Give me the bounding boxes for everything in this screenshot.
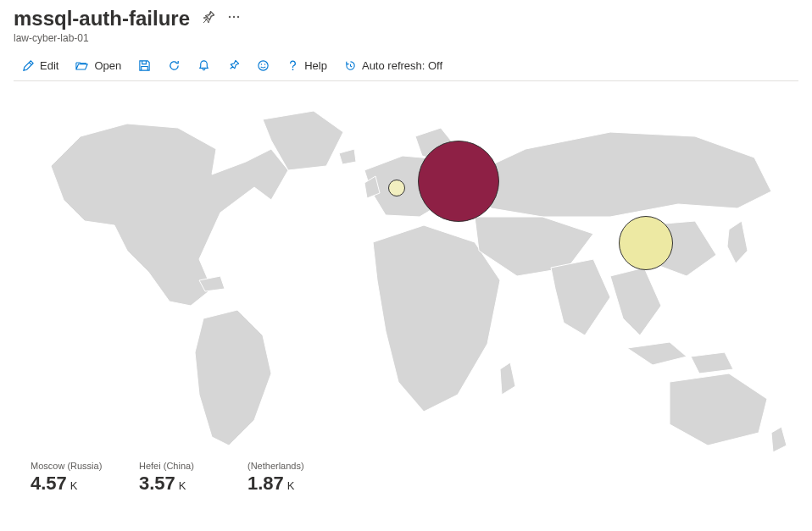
bell-icon: [197, 59, 210, 72]
pin-icon[interactable]: [202, 10, 215, 27]
svg-point-2: [237, 16, 239, 18]
map-bubble[interactable]: [619, 216, 673, 270]
stat-block: Hefei (China)3.57 K: [139, 461, 214, 495]
smiley-icon: [257, 59, 270, 72]
world-map[interactable]: [0, 90, 812, 454]
stat-label: (Netherlands): [247, 461, 322, 471]
map-svg: [0, 90, 812, 454]
notify-button[interactable]: [189, 56, 219, 75]
open-button[interactable]: Open: [67, 56, 130, 75]
help-icon: [286, 59, 299, 72]
feedback-button[interactable]: [248, 56, 278, 75]
svg-point-5: [264, 64, 266, 65]
toolbar: Edit Open Help Auto refresh: Off: [14, 56, 798, 81]
page-title: mssql-auth-failure: [14, 7, 190, 30]
svg-point-0: [229, 16, 231, 18]
stat-value: 1.87 K: [247, 473, 322, 495]
stats-row: Moscow (Russia)4.57 KHefei (China)3.57 K…: [0, 454, 812, 495]
svg-point-1: [233, 16, 235, 18]
stat-suffix: K: [179, 479, 186, 492]
refresh-icon: [168, 59, 181, 72]
svg-point-4: [261, 64, 263, 65]
pin-toolbar-button[interactable]: [219, 56, 248, 75]
edit-label: Edit: [40, 59, 58, 72]
stat-suffix: K: [287, 479, 295, 492]
save-icon: [138, 59, 151, 72]
pencil-icon: [22, 59, 35, 72]
clock-refresh-icon: [344, 59, 357, 72]
save-button[interactable]: [130, 56, 159, 75]
refresh-button[interactable]: [159, 56, 189, 75]
stat-suffix: K: [70, 479, 78, 492]
svg-point-3: [259, 61, 268, 70]
autorefresh-button[interactable]: Auto refresh: Off: [336, 56, 451, 75]
edit-button[interactable]: Edit: [14, 56, 67, 75]
help-label: Help: [304, 59, 327, 72]
autorefresh-label: Auto refresh: Off: [362, 59, 442, 72]
more-icon[interactable]: [227, 10, 241, 27]
stat-label: Hefei (China): [139, 461, 214, 471]
stat-value: 3.57 K: [139, 473, 214, 495]
stat-block: (Netherlands)1.87 K: [247, 461, 322, 495]
stat-block: Moscow (Russia)4.57 K: [31, 461, 105, 495]
help-button[interactable]: Help: [278, 56, 336, 75]
stat-label: Moscow (Russia): [31, 461, 105, 471]
svg-point-6: [292, 69, 294, 70]
stat-value: 4.57 K: [31, 473, 105, 495]
open-label: Open: [94, 59, 121, 72]
workspace-name: law-cyber-lab-01: [14, 32, 798, 44]
folder-open-icon: [75, 59, 89, 72]
map-bubble[interactable]: [418, 141, 499, 222]
pin-icon: [227, 59, 240, 72]
